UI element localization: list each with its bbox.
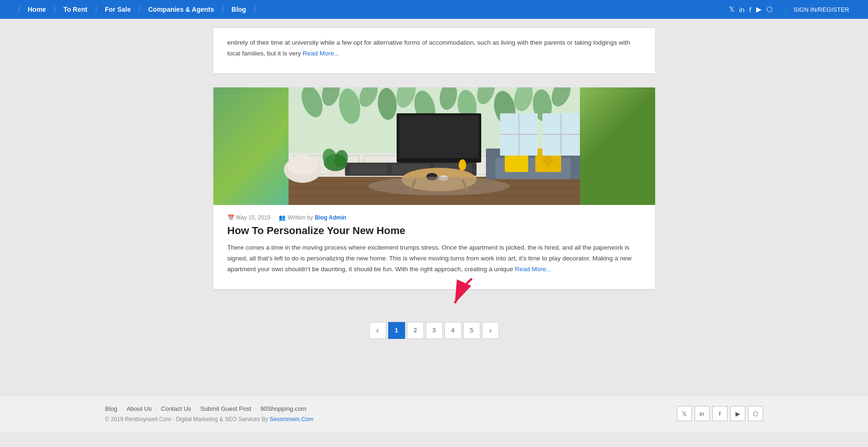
footer-youtube[interactable]: ▶	[730, 406, 745, 421]
nav-home[interactable]: Home	[19, 6, 55, 13]
svg-rect-37	[486, 156, 580, 179]
article-top-text: entirety of their time at university whi…	[227, 38, 641, 59]
svg-rect-25	[399, 116, 478, 158]
article-date: 📅 May 15, 2019	[227, 214, 271, 221]
footer: Blog·About Us·Contact Us·Submit Guest Po…	[0, 395, 868, 432]
pagination-next[interactable]: ›	[482, 322, 499, 339]
nav-blog[interactable]: Blog	[223, 6, 255, 13]
main-read-more[interactable]: Read More...	[515, 266, 551, 273]
footer-separator: ·	[195, 405, 197, 412]
top-read-more[interactable]: Read More...	[303, 50, 339, 57]
footer-separator: ·	[255, 405, 257, 412]
svg-point-36	[459, 159, 466, 171]
footer-about[interactable]: About Us	[126, 405, 151, 412]
svg-point-57	[288, 155, 318, 175]
pagination-page-5[interactable]: 5	[463, 322, 480, 339]
footer-left: Blog·About Us·Contact Us·Submit Guest Po…	[105, 405, 313, 423]
footer-facebook[interactable]: f	[712, 406, 727, 421]
svg-point-49	[368, 177, 509, 196]
nav-companies-agents[interactable]: Companies & Agents	[140, 6, 223, 13]
article-card-main: 📅 May 15, 2019 👥 Written by Blog Admin H…	[213, 87, 655, 289]
footer-contact[interactable]: Contact Us	[161, 405, 191, 412]
footer-copyright: © 2019 Rentbuynsell.Com - Digital Market…	[105, 416, 313, 423]
youtube-icon[interactable]: ▶	[756, 5, 762, 14]
linkedin-icon[interactable]: in	[739, 6, 745, 14]
article-image	[213, 87, 655, 205]
footer-separator: ·	[156, 405, 157, 412]
pagination-page-4[interactable]: 4	[445, 322, 461, 339]
author-link[interactable]: Blog Admin	[315, 214, 346, 221]
footer-blog[interactable]: Blog	[105, 405, 117, 412]
annotation-arrow	[444, 275, 481, 313]
svg-rect-40	[571, 156, 580, 179]
pagination: ‹ 1 2 3 4 5 ›	[213, 322, 655, 339]
nav-links: HomeTo RentFor SaleCompanies & AgentsBlo…	[19, 6, 255, 13]
footer-instagram[interactable]: ⬡	[748, 406, 763, 421]
footer-shopping[interactable]: 90Shopping.com	[260, 405, 306, 412]
article-author: 👥 Written by Blog Admin	[279, 214, 346, 221]
pagination-page-1[interactable]: 1	[388, 322, 405, 339]
facebook-icon[interactable]: f	[749, 6, 751, 14]
article-card-top: entirety of their time at university whi…	[213, 28, 655, 73]
signin-button[interactable]: 👤 SIGN IN/REGISTER	[782, 5, 849, 14]
main-nav: HomeTo RentFor SaleCompanies & AgentsBlo…	[0, 0, 868, 19]
svg-rect-29	[350, 164, 387, 174]
article-title: How To Personalize Your New Home	[227, 225, 641, 237]
pagination-page-2[interactable]: 2	[407, 322, 424, 339]
instagram-icon[interactable]: ⬡	[766, 5, 773, 14]
signin-label: SIGN IN/REGISTER	[794, 6, 849, 13]
calendar-icon: 📅	[227, 214, 235, 221]
footer-twitter[interactable]: 𝕏	[677, 406, 692, 421]
footer-separator: ·	[121, 405, 123, 412]
nav-social: 𝕏 in f ▶ ⬡	[729, 5, 773, 14]
footer-copyright-link[interactable]: Seosmmem.Com	[270, 416, 313, 423]
nav-to-rent[interactable]: To Rent	[55, 6, 96, 13]
svg-rect-39	[486, 156, 495, 179]
footer-links: Blog·About Us·Contact Us·Submit Guest Po…	[105, 405, 313, 412]
pagination-page-3[interactable]: 3	[426, 322, 443, 339]
nav-for-sale[interactable]: For Sale	[96, 6, 140, 13]
footer-linkedin[interactable]: in	[695, 406, 710, 421]
article-meta: 📅 May 15, 2019 👥 Written by Blog Admin	[227, 214, 641, 221]
article-body-text: There comes a time in the moving process…	[227, 243, 641, 275]
footer-social: 𝕏 in f ▶ ⬡	[677, 406, 763, 421]
main-content: entirety of their time at university whi…	[213, 19, 655, 395]
pagination-prev[interactable]: ‹	[369, 322, 386, 339]
user-icon: 👤	[782, 5, 791, 14]
twitter-icon[interactable]: 𝕏	[729, 5, 735, 14]
author-icon: 👥	[279, 214, 286, 221]
footer-submit[interactable]: Submit Guest Post	[200, 405, 251, 412]
